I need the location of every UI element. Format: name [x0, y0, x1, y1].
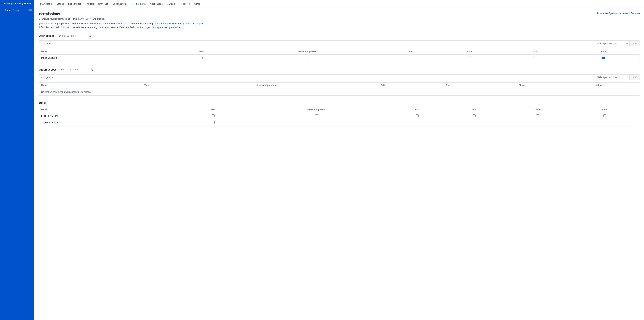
group-permissions-select[interactable]: Select permissions View View configurati… [595, 75, 630, 80]
add-group-button[interactable]: Add [630, 75, 640, 80]
nav-stages[interactable]: Stages [54, 0, 66, 8]
sidebar-badge: 1 [28, 9, 32, 11]
permission-cell-edit [391, 112, 444, 119]
nav-plan-details[interactable]: Plan details [38, 0, 54, 8]
help-link[interactable]: How to configure permissions in Bamboo [597, 12, 640, 15]
permission-cell-admin [570, 119, 640, 126]
group-col-view-config: View configuration [180, 83, 352, 88]
user-table-container: Name View View configuration Edit Build … [39, 49, 640, 61]
user-access-header: User access 🔍 [39, 33, 640, 38]
permission-cell-build [444, 119, 505, 126]
add-groups-input[interactable] [39, 75, 595, 80]
user-permissions-table: Name View View configuration Edit Build … [39, 49, 640, 61]
group-col-clone: Clone [484, 83, 559, 88]
nav-notifications[interactable]: Notifications [148, 0, 165, 8]
other-col-name: Name [39, 107, 184, 112]
permission-checkbox[interactable] [602, 57, 605, 59]
info-block-2: ℹ For plan permissions to work, the sele… [39, 26, 640, 29]
permission-cell-build [438, 54, 501, 61]
add-user-button[interactable]: Add [630, 41, 640, 46]
other-col-view: View [184, 107, 242, 112]
info-link-2[interactable]: Manage project permissions. [152, 26, 182, 29]
nav-variables[interactable]: Variables [165, 0, 178, 8]
permission-checkbox[interactable] [473, 114, 476, 117]
permission-cell-edit [384, 54, 438, 61]
user-col-view: View [172, 49, 231, 54]
permission-cell-admin [568, 54, 640, 61]
user-search-input[interactable] [57, 33, 93, 38]
other-name-cell: Logged in users [39, 112, 184, 119]
permission-cell-clone [505, 112, 570, 119]
user-name-cell: Maria Sobińska [39, 54, 172, 61]
other-col-view-config: View configuration [242, 107, 391, 112]
permission-cell-admin [570, 112, 640, 119]
add-users-input[interactable] [39, 41, 595, 46]
nav-other[interactable]: Other [192, 0, 202, 8]
info-icon-2: ℹ [39, 26, 40, 29]
group-search-wrapper: 🔍 [59, 67, 95, 72]
sidebar: Default plan configuration ▶ Stages & jo… [0, 0, 34, 320]
group-col-name: Name [39, 83, 113, 88]
other-col-edit: Edit [391, 107, 444, 112]
permission-checkbox[interactable] [212, 114, 214, 117]
permission-cell-view_config [242, 112, 391, 119]
chevron-right-icon: ▶ [2, 9, 4, 11]
user-permissions-select[interactable]: Select permissions View View configurati… [595, 41, 630, 46]
info-link-1[interactable]: Manage permissions to all plans in the p… [156, 22, 204, 25]
group-col-view: View [113, 83, 180, 88]
permission-checkbox[interactable] [604, 114, 606, 117]
permission-checkbox[interactable] [416, 114, 419, 117]
nav-dependencies[interactable]: Dependencies [110, 0, 130, 8]
permission-checkbox[interactable] [200, 57, 202, 59]
group-access-section: Group access 🔍 Select permissions View V… [39, 67, 640, 96]
other-col-clone: Clone [505, 107, 570, 112]
nav-triggers[interactable]: Triggers [84, 0, 96, 8]
table-row: Logged in users [39, 112, 640, 119]
table-row: Maria Sobińska [39, 54, 640, 61]
group-table-container: Name View View configuration Edit Build … [39, 82, 640, 96]
permission-checkbox[interactable] [315, 114, 318, 117]
nav-branches[interactable]: Branches [96, 0, 110, 8]
nav-permissions[interactable]: Permissions [130, 0, 148, 8]
other-permissions-table: Name View View configuration Edit Build … [39, 107, 640, 126]
user-table-header-row: Name View View configuration Edit Build … [39, 49, 640, 54]
permission-checkbox[interactable] [533, 57, 536, 59]
permission-cell-view [184, 112, 242, 119]
group-col-edit: Edit [352, 83, 413, 88]
user-col-build: Build [438, 49, 501, 54]
nav-audit-log[interactable]: Audit log [179, 0, 192, 8]
sidebar-title: Default plan configuration [0, 0, 34, 7]
content-area: Permissions How to configure permissions… [34, 8, 644, 320]
other-section-title: Other [39, 101, 46, 104]
permission-cell-build [444, 112, 505, 119]
permission-cell-edit [391, 119, 444, 126]
sidebar-item-stages-jobs[interactable]: ▶ Stages & jobs 1 [0, 7, 34, 13]
main-content: Plan details Stages Repositories Trigger… [34, 0, 644, 320]
permission-checkbox[interactable] [306, 57, 309, 59]
nav-repositories[interactable]: Repositories [66, 0, 84, 8]
user-col-name: Name [39, 49, 172, 54]
other-name-cell: Anonymous users [39, 119, 184, 126]
group-search-input[interactable] [59, 67, 95, 72]
user-col-clone: Clone [501, 49, 568, 54]
permission-checkbox[interactable] [410, 57, 412, 59]
other-table-container: Name View View configuration Edit Build … [39, 107, 640, 126]
group-col-admin: Admin [559, 83, 640, 88]
other-table-header-row: Name View View configuration Edit Build … [39, 107, 640, 112]
group-table-header-row: Name View View configuration Edit Build … [39, 83, 640, 88]
other-col-build: Build [444, 107, 505, 112]
permission-checkbox[interactable] [212, 121, 214, 124]
info-text-1: Some users or groups might have permissi… [41, 22, 204, 25]
permission-cell-clone [505, 119, 570, 126]
group-access-header: Group access 🔍 [39, 67, 640, 72]
user-col-view-config: View configuration [231, 49, 384, 54]
permission-checkbox[interactable] [536, 114, 539, 117]
user-access-title: User access [39, 34, 54, 37]
other-section: Other Name View View configuration Edit … [39, 101, 640, 126]
top-nav: Plan details Stages Repositories Trigger… [34, 0, 644, 8]
empty-group-row: No groups have been given explicit permi… [39, 88, 640, 95]
user-search-wrapper: 🔍 [57, 33, 93, 38]
add-users-row: Select permissions View View configurati… [39, 41, 640, 46]
permission-checkbox[interactable] [468, 57, 471, 59]
user-col-edit: Edit [384, 49, 438, 54]
